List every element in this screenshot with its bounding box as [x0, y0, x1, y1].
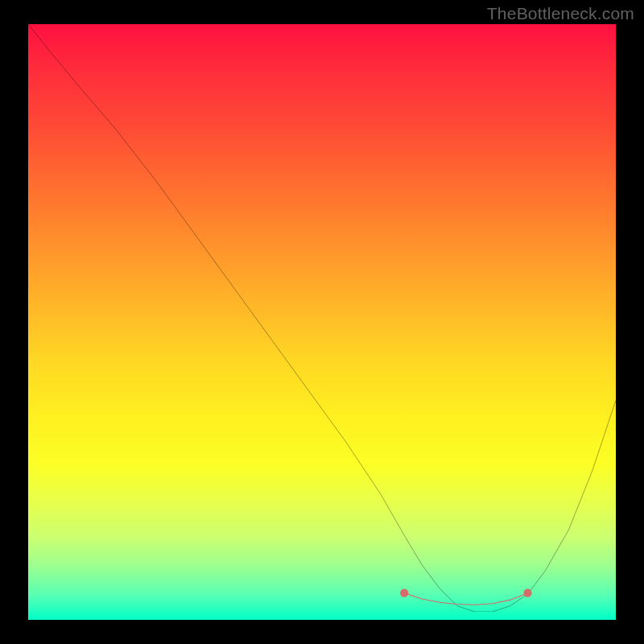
curve-path: [28, 24, 616, 612]
optimal-band-end-right: [523, 589, 531, 597]
chart-frame: TheBottleneck.com: [0, 0, 644, 644]
optimal-band-end-left: [400, 589, 408, 597]
plot-area: [28, 24, 616, 620]
watermark-text: TheBottleneck.com: [487, 4, 634, 23]
bottleneck-curve: [28, 24, 616, 612]
optimal-band-path: [404, 593, 527, 605]
